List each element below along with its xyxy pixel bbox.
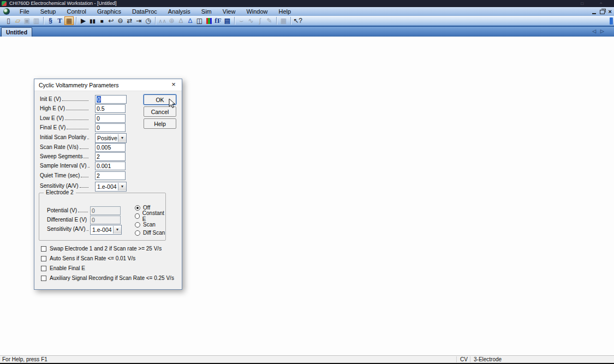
sine-wave-icon[interactable]: ∿ bbox=[246, 16, 255, 25]
low-e-label: Low E (V) bbox=[40, 115, 90, 121]
close-icon[interactable]: × bbox=[165, 79, 182, 91]
sensitivity-label: Sensitivity (A/V) bbox=[40, 183, 90, 189]
sensitivity-select[interactable]: 1.e-004 ▾ bbox=[95, 182, 127, 192]
checkbox-row-swap-electrode[interactable]: Swap Electrode 1 and 2 if Scan rate >= 2… bbox=[41, 245, 162, 252]
window-title: CHI760D Electrochemical Workstation - [U… bbox=[9, 0, 116, 7]
menu-setup[interactable]: Setup bbox=[35, 7, 62, 16]
radio-row-scan[interactable]: Scan bbox=[135, 221, 156, 228]
checkbox-row-enable-final-e[interactable]: Enable Final E bbox=[41, 265, 85, 272]
radio-off[interactable] bbox=[135, 205, 140, 211]
status-bar: For Help, press F1 CV 3-Electrode bbox=[0, 355, 614, 363]
chevron-down-icon[interactable]: ▾ bbox=[113, 226, 121, 234]
color-bars-icon[interactable] bbox=[204, 16, 213, 25]
radio-scan-label: Scan bbox=[143, 222, 156, 228]
menu-analysis[interactable]: Analysis bbox=[163, 7, 196, 16]
radio-diff-scan[interactable] bbox=[135, 230, 140, 236]
data-grid-icon[interactable]: ▦ bbox=[279, 16, 288, 25]
annotate-icon[interactable]: § bbox=[46, 16, 55, 25]
menu-window[interactable]: Window bbox=[241, 7, 273, 16]
menu-view[interactable]: View bbox=[217, 7, 241, 16]
menu-graphics[interactable]: Graphics bbox=[92, 7, 127, 16]
peak-shape-icon[interactable]: ∆ bbox=[176, 16, 186, 25]
print-icon[interactable]: ▥ bbox=[32, 16, 41, 25]
menu-file[interactable]: File bbox=[14, 7, 35, 16]
electrode-2-group: Electrode 2 Potential (V) Differential E… bbox=[39, 193, 166, 241]
toolbar-separator bbox=[76, 17, 76, 25]
mdi-restore-icon[interactable] bbox=[600, 10, 605, 14]
timer-icon[interactable]: ◷ bbox=[144, 16, 153, 25]
swap-electrode-checkbox[interactable] bbox=[41, 246, 46, 252]
pause-icon[interactable]: ▮▮ bbox=[88, 16, 97, 25]
window-icon bbox=[2, 1, 7, 6]
potential-label: Potential (V) bbox=[47, 207, 89, 213]
peaks-chart-icon[interactable]: ∧∧ bbox=[158, 16, 167, 25]
swap-electrode-label: Swap Electrode 1 and 2 if Scan rate >= 2… bbox=[50, 246, 162, 252]
tab-scroll-right-icon[interactable]: ▷ bbox=[600, 28, 609, 34]
sweep-segments-input[interactable] bbox=[95, 152, 126, 161]
radio-scan[interactable] bbox=[135, 222, 140, 228]
new-file-icon[interactable]: ▯ bbox=[4, 16, 13, 25]
paste-icon[interactable]: ▤ bbox=[223, 16, 232, 25]
help-button[interactable]: Help bbox=[144, 118, 176, 129]
menu-sim[interactable]: Sim bbox=[196, 7, 217, 16]
checkbox-row-auto-sens[interactable]: Auto Sens if Scan Rate <= 0.01 V/s bbox=[41, 255, 135, 262]
play-icon[interactable]: ▶ bbox=[79, 16, 88, 25]
mdi-minimize-icon[interactable] bbox=[592, 13, 596, 14]
peak-analysis-icon[interactable]: ∆ bbox=[186, 16, 195, 25]
auto-sens-checkbox[interactable] bbox=[41, 256, 46, 261]
field-row-scan-polarity: Initial Scan Polarity Positive ▾ bbox=[40, 133, 176, 142]
font-tool-icon[interactable]: fF bbox=[213, 16, 223, 25]
enable-final-e-checkbox[interactable] bbox=[41, 266, 46, 271]
dual-display-icon[interactable]: ◫ bbox=[195, 16, 204, 25]
dialog-title-bar[interactable]: Cyclic Voltammetry Parameters × bbox=[34, 79, 182, 91]
final-e-input[interactable] bbox=[95, 123, 126, 132]
mdi-window-controls: × bbox=[592, 8, 612, 15]
radio-diff-scan-label: Diff Scan bbox=[143, 230, 165, 236]
potential-input bbox=[90, 206, 121, 215]
menu-dataproc[interactable]: DataProc bbox=[127, 7, 163, 16]
open-folder-icon[interactable]: ▱ bbox=[13, 16, 22, 25]
cell-control-icon[interactable]: ⊖ bbox=[116, 16, 125, 25]
menu-help[interactable]: Help bbox=[273, 7, 297, 16]
low-e-input[interactable] bbox=[95, 114, 126, 123]
context-help-icon[interactable]: ↖? bbox=[293, 16, 302, 25]
toolbar-separator bbox=[290, 17, 291, 25]
quiet-time-input[interactable] bbox=[95, 171, 126, 180]
integration-icon[interactable]: ∫ bbox=[255, 16, 265, 25]
sweep-arrows-icon[interactable]: ⇄ bbox=[125, 16, 134, 25]
reverse-icon[interactable]: ↩ bbox=[106, 16, 116, 25]
radio-constant-e[interactable] bbox=[135, 213, 140, 219]
zoom-in-icon[interactable]: ⊕ bbox=[167, 16, 176, 25]
wave-smooth-icon[interactable]: ⌣ bbox=[237, 16, 246, 25]
toolbar-edge-icon bbox=[610, 17, 613, 25]
step-arrow-icon[interactable]: ⇥ bbox=[134, 16, 144, 25]
sample-interval-input[interactable] bbox=[95, 162, 126, 170]
aux-signal-label: Auxiliary Signal Recording if Scan Rate … bbox=[50, 275, 174, 281]
tab-untitled[interactable]: Untitled bbox=[1, 27, 32, 37]
toolbar: ▯ ▱ ▣ ▥ § T ▦ ▶ ▮▮ ■ ↩ ⊖ ⇄ ⇥ ◷ ∧∧ ⊕ ∆ ∆ … bbox=[0, 16, 614, 27]
save-icon[interactable]: ▣ bbox=[22, 16, 32, 25]
tab-scroll-arrows[interactable]: ◁▷ bbox=[592, 28, 609, 34]
e2-sensitivity-select[interactable]: 1.e-004 ▾ bbox=[90, 225, 122, 235]
init-e-input[interactable]: 0 bbox=[95, 95, 127, 104]
radio-row-constant-e[interactable]: Constant E bbox=[135, 212, 165, 219]
high-e-input[interactable] bbox=[95, 104, 126, 113]
stop-icon[interactable]: ■ bbox=[97, 16, 106, 25]
radio-row-diff-scan[interactable]: Diff Scan bbox=[135, 229, 165, 236]
status-electrode-mode: 3-Electrode bbox=[474, 356, 502, 362]
initial-scan-polarity-select[interactable]: Positive ▾ bbox=[95, 133, 127, 143]
run-experiment-icon[interactable]: ▦ bbox=[64, 16, 74, 25]
toolbar-separator bbox=[234, 17, 235, 25]
mdi-close-icon[interactable]: × bbox=[609, 8, 612, 15]
checkbox-row-aux-signal[interactable]: Auxiliary Signal Recording if Scan Rate … bbox=[41, 275, 174, 282]
scan-rate-input[interactable] bbox=[95, 143, 126, 152]
chevron-down-icon[interactable]: ▾ bbox=[118, 183, 126, 190]
chevron-down-icon[interactable]: ▾ bbox=[118, 134, 126, 142]
manual-edit-icon[interactable]: ✎ bbox=[265, 16, 274, 25]
tab-scroll-left-icon[interactable]: ◁ bbox=[592, 28, 600, 34]
menu-control[interactable]: Control bbox=[61, 7, 91, 16]
auto-sens-label: Auto Sens if Scan Rate <= 0.01 V/s bbox=[50, 255, 135, 261]
aux-signal-checkbox[interactable] bbox=[41, 276, 46, 281]
text-tool-icon[interactable]: T bbox=[55, 16, 64, 25]
scan-rate-label: Scan Rate (V/s) bbox=[40, 144, 90, 150]
